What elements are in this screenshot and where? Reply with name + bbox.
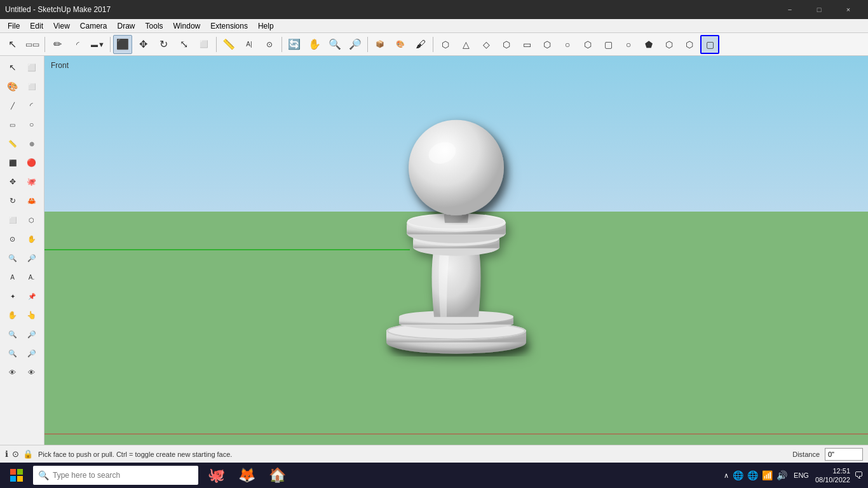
sb-section[interactable]: ⬡ (23, 211, 41, 229)
sb-scale2[interactable]: 🦀 (23, 192, 41, 210)
eraser-button[interactable]: ▭▭ (23, 35, 42, 54)
sb-hand[interactable]: ✋ (4, 306, 22, 324)
sb-axes[interactable]: 📌 (23, 287, 41, 305)
sb-pan2[interactable]: ✋ (23, 230, 41, 248)
menu-item-view[interactable]: View (48, 20, 75, 32)
tray-wifi: 📶 (762, 470, 773, 480)
material-button[interactable]: 🎨 (391, 35, 410, 54)
sb-eraser[interactable]: ⬜ (23, 58, 41, 76)
shape-3d-btn4[interactable]: ⬡ (497, 35, 516, 54)
component-button[interactable]: 📦 (370, 35, 390, 54)
start-button[interactable] (5, 464, 28, 487)
search-input[interactable] (53, 471, 193, 480)
sb-dim[interactable]: ⊕ (23, 135, 41, 152)
menu-item-file[interactable]: File (3, 20, 25, 32)
toolbar-separator-4 (281, 37, 282, 52)
toolbar-separator-6 (433, 37, 433, 52)
sb-rect[interactable]: ▭ (4, 116, 22, 133)
sb-zoom3[interactable]: 🔍 (4, 249, 22, 267)
sb-3dtext[interactable]: ✦ (4, 287, 22, 305)
menu-item-edit[interactable]: Edit (25, 20, 48, 32)
sb-zoomw[interactable]: 🔎 (23, 325, 41, 343)
sb-measure[interactable]: 📏 (4, 135, 22, 152)
sb-line[interactable]: ╱ (4, 97, 22, 114)
sb-rotate3[interactable]: ↻ (4, 192, 22, 210)
protractor-button[interactable]: ⊙ (260, 35, 279, 54)
sidebar-row: 🔍 🔎 (4, 344, 41, 362)
pushpull-button[interactable]: ⬛ (113, 35, 132, 54)
zoom-extent-button[interactable]: 🔎 (346, 35, 365, 54)
taskbar-app-sketchup[interactable]: 🏠 (264, 464, 290, 487)
shape-3d-btn11[interactable]: ⬟ (639, 35, 658, 54)
scale-button[interactable]: ⤡ (174, 35, 193, 54)
sb-zoomext2[interactable]: 🔎 (23, 249, 41, 267)
sidebar-row: ⬜ ⬡ (4, 211, 41, 229)
sb-lookaround[interactable]: 👆 (23, 306, 41, 324)
sb-move[interactable]: ✥ (4, 173, 22, 191)
sb-orbit2[interactable]: ⊙ (4, 230, 22, 248)
pencil-button[interactable]: ✏ (48, 35, 67, 54)
dimension-button[interactable]: A| (240, 35, 259, 54)
shape-3d-btn2[interactable]: △ (456, 35, 475, 54)
sb-paint[interactable]: 🎨 (4, 78, 22, 95)
minimize-button[interactable]: − (775, 0, 804, 19)
rotate-button[interactable]: ↻ (154, 35, 173, 54)
viewport[interactable]: Front (44, 56, 868, 445)
menu-item-window[interactable]: Window (168, 20, 206, 32)
offset-button[interactable]: ⬜ (194, 35, 214, 54)
shape-3d-btn1[interactable]: ⬡ (436, 35, 455, 54)
sb-label[interactable]: A. (23, 268, 41, 286)
sb-eye2[interactable]: 👁 (23, 363, 41, 381)
left-sidebar: ↖ ⬜ 🎨 ⬜ ╱ ◜ ▭ ○ 📏 ⊕ ⬛ 🔴 ✥ 🐙 ↻ 🦀 (0, 56, 44, 445)
shape-3d-btn12[interactable]: ⬡ (660, 35, 679, 54)
sb-zoom4[interactable]: 🔍 (4, 325, 22, 343)
sb-rotate2[interactable]: 🐙 (23, 173, 41, 191)
toolbar-separator-1 (44, 37, 45, 52)
sb-select[interactable]: ↖ (4, 58, 22, 76)
sb-erase2[interactable]: ⬜ (23, 78, 41, 95)
shape-3d-btn3[interactable]: ◇ (477, 35, 496, 54)
taskbar-app-firefox[interactable]: 🦊 (234, 464, 259, 487)
shape-3d-btn8[interactable]: ⬡ (578, 35, 597, 54)
tray-sound[interactable]: 🔊 (776, 470, 787, 480)
tray-chevron[interactable]: ∧ (724, 471, 729, 480)
move-button[interactable]: ✥ (133, 35, 153, 54)
sb-arc[interactable]: ◜ (23, 97, 41, 114)
sb-eye[interactable]: 👁 (4, 363, 22, 381)
sb-pushpull[interactable]: ⬛ (4, 154, 22, 172)
sidebar-row: ↻ 🦀 (4, 192, 41, 210)
search-box[interactable]: 🔍 (33, 466, 198, 485)
shape-3d-btn13[interactable]: ⬡ (680, 35, 699, 54)
shape-3d-btn6[interactable]: ⬡ (538, 35, 557, 54)
zoom-button[interactable]: 🔍 (325, 35, 344, 54)
shape-3d-btn7[interactable]: ○ (558, 35, 577, 54)
menu-item-draw[interactable]: Draw (112, 20, 140, 32)
orbit-button[interactable]: 🔄 (285, 35, 304, 54)
arc-button[interactable]: ◜ (68, 35, 87, 54)
sb-zoomx[interactable]: 🔎 (23, 344, 41, 362)
tape-button[interactable]: 📏 (219, 35, 238, 54)
taskbar-app-octopus[interactable]: 🐙 (203, 464, 229, 487)
sb-followme[interactable]: 🔴 (23, 154, 41, 172)
sb-zoomm[interactable]: 🔍 (4, 344, 22, 362)
paint-button[interactable]: 🖌 (411, 35, 430, 54)
shape-3d-btn5[interactable]: ▭ (517, 35, 536, 54)
close-button[interactable]: × (834, 0, 863, 19)
shape-3d-btn9[interactable]: ▢ (599, 35, 618, 54)
pan-button[interactable]: ✋ (305, 35, 324, 54)
menu-item-extensions[interactable]: Extensions (205, 20, 253, 32)
shape-3d-btn10[interactable]: ○ (619, 35, 638, 54)
menubar: FileEditViewCameraDrawToolsWindowExtensi… (0, 19, 868, 33)
shape-button[interactable]: ▬▼ (88, 35, 107, 54)
distance-input[interactable] (825, 448, 863, 461)
sb-text[interactable]: A (4, 268, 22, 286)
notification-icon[interactable]: 🗨 (854, 470, 863, 480)
select-tool-button[interactable]: ↖ (3, 35, 22, 54)
menu-item-camera[interactable]: Camera (75, 20, 112, 32)
sb-circle[interactable]: ○ (23, 116, 41, 133)
maximize-button[interactable]: □ (804, 0, 834, 19)
menu-item-help[interactable]: Help (253, 20, 279, 32)
shape-3d-btn14[interactable]: ▢ (700, 35, 719, 54)
sb-offset2[interactable]: ⬜ (4, 211, 22, 229)
menu-item-tools[interactable]: Tools (140, 20, 168, 32)
